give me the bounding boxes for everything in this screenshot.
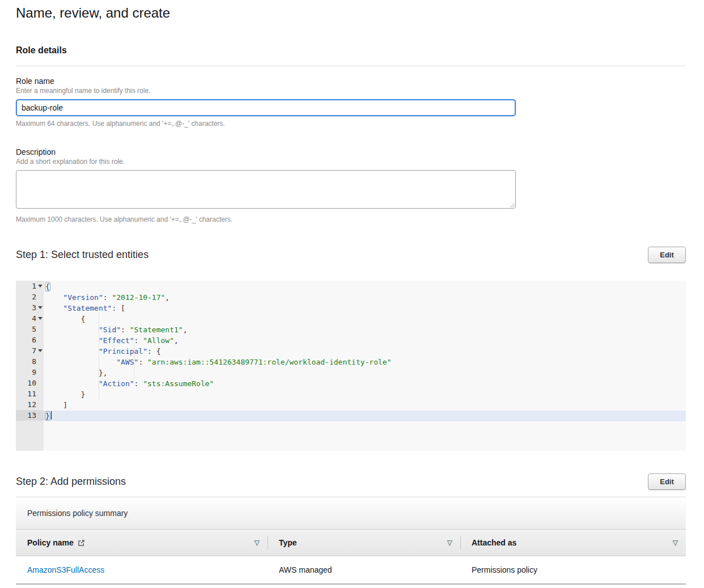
line-number: 9 xyxy=(16,367,36,378)
code-token: "Allow" xyxy=(143,336,174,345)
code-token: } xyxy=(45,412,50,420)
editor-code[interactable]: { "Version": "2012-10-17", "Statement": … xyxy=(44,281,686,451)
code-line[interactable]: "Sid": "Statement1", xyxy=(44,324,686,335)
code-token: }, xyxy=(45,369,108,377)
gutter-line: 2 xyxy=(16,291,44,302)
gutter-line: 1 xyxy=(16,281,44,291)
code-token: "Statement1" xyxy=(130,325,183,334)
permissions-summary-panel: Permissions policy summary Policy name▽T… xyxy=(16,497,686,585)
code-token: "Sid" xyxy=(99,325,121,334)
code-token: } xyxy=(45,390,85,399)
fold-arrow-icon[interactable] xyxy=(36,317,44,320)
line-number: 7 xyxy=(16,345,36,356)
column-header-label: Policy name xyxy=(27,538,255,547)
role-name-input[interactable] xyxy=(16,99,516,116)
gutter-line: 12 xyxy=(16,399,44,410)
column-header-type: Type▽ xyxy=(268,530,460,556)
code-token: ] xyxy=(45,401,67,409)
fold-arrow-icon[interactable] xyxy=(36,285,44,287)
code-line[interactable]: ] xyxy=(44,400,686,411)
code-token xyxy=(45,325,99,334)
line-number: 12 xyxy=(16,399,36,410)
code-line[interactable]: "AWS": "arn:aws:iam::541263489771:role/w… xyxy=(44,357,686,367)
gutter-line: 3 xyxy=(16,302,44,313)
code-line[interactable]: "Version": "2012-10-17", xyxy=(44,292,686,303)
line-number: 11 xyxy=(16,388,36,399)
code-line[interactable]: } xyxy=(44,389,686,400)
create-role-review-page: Name, review, and create Role details Ro… xyxy=(0,0,704,588)
text-cursor xyxy=(51,411,52,420)
code-line[interactable]: "Effect": "Allow", xyxy=(44,335,686,346)
line-number: 10 xyxy=(16,378,36,388)
description-input[interactable] xyxy=(16,170,516,209)
code-token: "Statement" xyxy=(63,304,112,312)
code-token: , xyxy=(174,336,179,345)
gutter-line: 8 xyxy=(16,356,44,367)
column-header-text: Attached as xyxy=(472,538,516,547)
fold-arrow-icon[interactable] xyxy=(36,306,44,309)
code-token: : xyxy=(134,379,143,388)
attached-as-cell: Permissions policy xyxy=(460,556,686,583)
code-token: "Effect" xyxy=(99,336,134,345)
column-header-label: Type xyxy=(279,538,447,547)
code-line[interactable]: "Action": "sts:AssumeRole" xyxy=(44,378,686,389)
code-token: "arn:aws:iam::541263489771:role/workload… xyxy=(147,358,391,366)
code-token: { xyxy=(45,315,85,323)
code-token xyxy=(45,336,99,345)
column-header-attached-as: Attached as▽ xyxy=(460,530,686,556)
table-row: AmazonS3FullAccessAWS managedPermissions… xyxy=(16,556,686,585)
column-header-text: Policy name xyxy=(27,538,74,547)
step2-title: Step 2: Add permissions xyxy=(16,476,126,488)
code-token xyxy=(45,347,99,356)
gutter-line: 10 xyxy=(16,378,44,388)
gutter-line: 11 xyxy=(16,388,44,399)
column-header-text: Type xyxy=(279,538,297,547)
code-line[interactable]: } xyxy=(44,411,686,421)
gutter-line: 7 xyxy=(16,345,44,356)
code-line[interactable]: { xyxy=(44,281,686,292)
role-name-help: Enter a meaningful name to identify this… xyxy=(16,87,686,95)
code-line[interactable]: }, xyxy=(44,367,686,378)
column-header-policy-name: Policy name▽ xyxy=(16,530,268,556)
role-name-hint: Maximum 64 characters. Use alphanumeric … xyxy=(16,120,686,128)
line-number: 4 xyxy=(16,313,36,324)
code-token: : xyxy=(138,358,147,366)
line-number: 5 xyxy=(16,324,36,335)
divider xyxy=(16,66,686,66)
edit-permissions-button[interactable]: Edit xyxy=(648,473,686,490)
code-token: "2012-10-17" xyxy=(112,293,165,302)
external-link-icon xyxy=(78,539,85,547)
sort-icon[interactable]: ▽ xyxy=(447,539,452,546)
sort-icon[interactable]: ▽ xyxy=(255,539,260,546)
policy-table-body: AmazonS3FullAccessAWS managedPermissions… xyxy=(16,556,686,585)
editor-gutter: 12345678910111213 xyxy=(16,281,44,451)
code-token xyxy=(45,379,99,388)
gutter-line: 5 xyxy=(16,324,44,335)
code-token: : [ xyxy=(112,304,125,312)
permissions-summary-title: Permissions policy summary xyxy=(16,497,686,529)
code-token: "Action" xyxy=(99,379,134,388)
gutter-line: 9 xyxy=(16,367,44,378)
code-line[interactable]: { xyxy=(44,314,686,324)
edit-trusted-entities-button[interactable]: Edit xyxy=(648,247,686,263)
code-line[interactable]: "Principal": { xyxy=(44,346,686,357)
description-hint: Maximum 1000 characters. Use alphanumeri… xyxy=(16,215,686,224)
trust-policy-editor[interactable]: 12345678910111213 { "Version": "2012-10-… xyxy=(16,281,686,451)
code-token: "AWS" xyxy=(116,358,138,366)
code-token: : xyxy=(103,293,112,302)
line-number: 8 xyxy=(16,356,36,367)
code-token: , xyxy=(183,325,188,334)
line-number: 2 xyxy=(16,291,36,302)
code-token: , xyxy=(165,293,169,302)
sort-icon[interactable]: ▽ xyxy=(673,539,678,546)
fold-arrow-icon[interactable] xyxy=(36,349,44,352)
code-token: : xyxy=(121,325,130,334)
code-token xyxy=(45,358,116,366)
step1-header: Step 1: Select trusted entities Edit xyxy=(16,247,686,263)
description-field-wrap xyxy=(16,170,516,209)
column-header-label: Attached as xyxy=(472,538,673,547)
code-token xyxy=(45,293,63,302)
line-number: 6 xyxy=(16,335,36,345)
policy-name-link[interactable]: AmazonS3FullAccess xyxy=(27,565,104,574)
code-line[interactable]: "Statement": [ xyxy=(44,303,686,314)
